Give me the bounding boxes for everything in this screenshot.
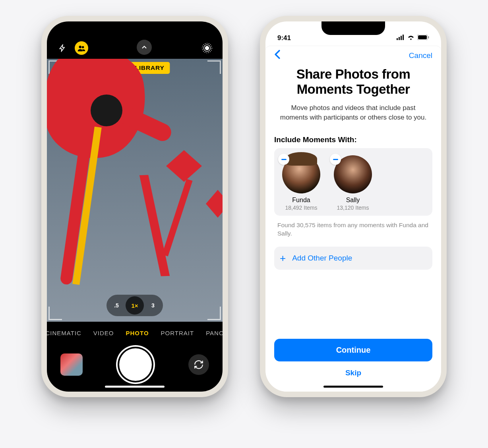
cancel-button[interactable]: Cancel [409, 51, 432, 60]
person-card-sally[interactable]: Sally 13,120 Items [331, 155, 374, 211]
page-title: Share Photos from Moments Together [274, 67, 432, 97]
plus-icon: + [280, 253, 286, 263]
svg-rect-8 [403, 35, 404, 40]
svg-rect-10 [418, 35, 427, 39]
mode-cinematic[interactable]: CINEMATIC [47, 330, 81, 336]
flash-icon[interactable] [56, 41, 69, 55]
found-items-summary: Found 30,575 items from any moments with… [277, 221, 429, 238]
svg-rect-5 [397, 38, 398, 40]
person-item-count: 13,120 Items [331, 205, 374, 211]
mode-pano[interactable]: PANO [206, 330, 223, 336]
setup-sheet: Cancel Share Photos from Moments Togethe… [265, 46, 441, 392]
live-photo-icon[interactable] [200, 41, 214, 55]
viewfinder-corner [207, 307, 221, 320]
viewfinder-corner [207, 60, 221, 74]
add-other-people-label: Add Other People [292, 254, 352, 263]
person-card-funda[interactable]: Funda 18,492 Items [280, 155, 323, 211]
svg-rect-7 [401, 36, 402, 40]
page-subtitle: Move photos and videos that include past… [274, 103, 432, 122]
title-line: Moments Together [297, 82, 410, 97]
people-selection-box: Funda 18,492 Items Sally 13,120 Items [274, 148, 432, 216]
battery-icon [417, 34, 429, 42]
add-other-people-button[interactable]: + Add Other People [274, 247, 432, 270]
flip-camera-button[interactable] [188, 354, 209, 375]
person-name: Sally [331, 197, 374, 204]
camera-controls-chevron-icon[interactable] [137, 40, 152, 55]
camera-screen: SHARED LIBRARY .5 1× 3 CINEMATIC VIDEO P… [47, 21, 223, 392]
camera-top-left-group [56, 41, 88, 55]
scene-kite [166, 150, 202, 182]
minus-icon [333, 159, 338, 160]
back-button[interactable] [274, 49, 281, 62]
phone-frame-camera: SHARED LIBRARY .5 1× 3 CINEMATIC VIDEO P… [41, 16, 228, 397]
notch [103, 21, 167, 35]
svg-rect-11 [428, 36, 429, 39]
svg-point-1 [82, 46, 84, 48]
include-moments-label: Include Moments With: [274, 135, 432, 144]
camera-mode-row: CINEMATIC VIDEO PHOTO PORTRAIT PANO [47, 322, 223, 344]
shutter-button[interactable] [119, 348, 152, 381]
mode-video[interactable]: VIDEO [93, 330, 114, 336]
scene-ribbon [139, 175, 170, 276]
zoom-wide-button[interactable]: .5 [108, 297, 125, 314]
shutter-row [47, 344, 223, 392]
last-photo-thumbnail[interactable] [60, 353, 83, 376]
person-name: Funda [280, 197, 323, 204]
scene-kite [206, 190, 223, 218]
scene-head [91, 95, 122, 126]
setup-screen: 9:41 Cancel Share Pho [265, 21, 441, 392]
svg-point-2 [205, 46, 209, 50]
zoom-main-button[interactable]: 1× [126, 296, 144, 315]
scene-ribbon [162, 179, 192, 256]
zoom-selector: .5 1× 3 [107, 295, 163, 316]
camera-viewfinder[interactable]: SHARED LIBRARY .5 1× 3 [47, 59, 223, 322]
title-line: Share Photos from [296, 67, 411, 81]
bottom-action-area: Continue Skip [274, 339, 432, 392]
svg-point-0 [79, 46, 81, 48]
svg-rect-6 [399, 37, 400, 40]
wifi-icon [407, 34, 415, 42]
viewfinder-corner [48, 307, 62, 320]
home-indicator[interactable] [323, 386, 383, 388]
status-right-group [397, 34, 429, 42]
shared-library-toggle-icon[interactable] [75, 41, 88, 55]
mode-portrait[interactable]: PORTRAIT [161, 330, 194, 336]
sheet-nav-bar: Cancel [274, 46, 432, 65]
notch [321, 21, 385, 35]
minus-icon [281, 159, 287, 160]
phone-frame-setup: 9:41 Cancel Share Pho [260, 16, 447, 397]
skip-button[interactable]: Skip [274, 361, 432, 377]
avatar-hat [285, 152, 317, 166]
status-time: 9:41 [277, 34, 291, 42]
zoom-tele-button[interactable]: 3 [145, 297, 161, 314]
cellular-icon [397, 34, 405, 42]
continue-button[interactable]: Continue [274, 339, 432, 361]
mode-photo[interactable]: PHOTO [126, 330, 149, 336]
person-item-count: 18,492 Items [280, 205, 323, 211]
home-indicator[interactable] [105, 386, 165, 388]
